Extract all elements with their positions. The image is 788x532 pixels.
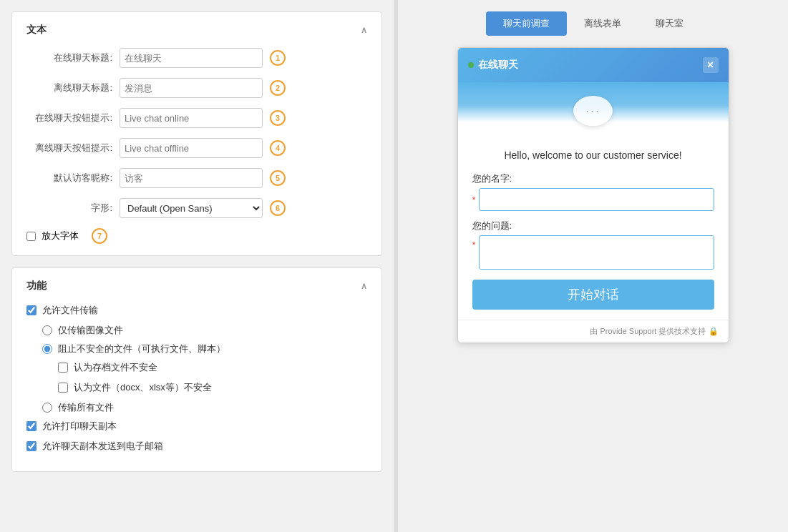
online-indicator: [468, 62, 474, 68]
text-section: 文本 ∧ 在线聊天标题: 1 离线聊天标题: 2 在线聊天按钮提示: 3 离线聊…: [11, 11, 382, 256]
font-size-label: 放大字体: [42, 230, 79, 242]
font-label: 字形:: [26, 202, 120, 215]
chat-body: Hello, welcome to our customer service! …: [458, 139, 729, 320]
offline-title-label: 离线聊天标题:: [26, 82, 120, 94]
lock-icon: 🔒: [709, 327, 719, 336]
chat-widget: 在线聊天 × ··· Hello, welcome to our custome…: [457, 47, 729, 343]
print-transcript-row: 允许打印聊天副本: [26, 420, 367, 433]
print-transcript-label: 允许打印聊天副本: [42, 420, 117, 433]
tab-chat-room[interactable]: 聊天室: [638, 11, 701, 36]
footer-text: 由 Provide Support 提供技术支持: [590, 327, 706, 335]
chat-name-input[interactable]: [479, 188, 714, 211]
email-transcript-row: 允许聊天副本发送到电子邮箱: [26, 440, 367, 453]
features-section: 功能 ∧ 允许文件传输 仅传输图像文件 阻止不安全的文件（可执行文件、脚本）: [11, 267, 382, 472]
chat-question-input[interactable]: [479, 235, 714, 270]
chat-header: 在线聊天 ×: [458, 48, 729, 82]
chat-title: 在线聊天: [478, 59, 518, 72]
block-unsafe-radio[interactable]: [42, 344, 52, 354]
font-select[interactable]: Default (Open Sans) Arial Verdana: [120, 198, 263, 218]
block-unsafe-label: 阻止不安全的文件（可执行文件、脚本）: [58, 343, 225, 355]
chat-close-button[interactable]: ×: [703, 57, 719, 73]
text-section-title: 文本: [26, 24, 47, 36]
tabs-bar: 聊天前调查 离线表单 聊天室: [486, 11, 701, 36]
block-unsafe-row: 阻止不安全的文件（可执行文件、脚本）: [42, 343, 367, 355]
name-required-star: *: [472, 194, 476, 205]
file-transfer-checkbox[interactable]: [26, 305, 37, 315]
docx-unsafe-label: 认为文件（docx、xlsx等）不安全: [74, 381, 212, 394]
offline-title-row: 离线聊天标题: 2: [26, 78, 367, 98]
badge-7: 7: [92, 228, 107, 244]
bubble-dots: ···: [585, 104, 600, 119]
default-nickname-label: 默认访客昵称:: [26, 172, 120, 184]
docx-unsafe-checkbox[interactable]: [58, 383, 68, 393]
font-row: 字形: Default (Open Sans) Arial Verdana 6: [26, 198, 367, 218]
file-transfer-row: 允许文件传输: [26, 304, 367, 317]
images-only-radio[interactable]: [42, 325, 52, 335]
question-field-label: 您的问题:: [472, 220, 714, 232]
tab-pre-chat[interactable]: 聊天前调查: [486, 11, 567, 36]
badge-3: 3: [270, 110, 286, 126]
name-field-label: 您的名字:: [472, 172, 714, 185]
start-chat-button[interactable]: 开始对话: [472, 280, 714, 310]
all-files-radio[interactable]: [42, 403, 52, 413]
text-section-collapse[interactable]: ∧: [361, 25, 367, 35]
badge-6: 6: [270, 200, 286, 216]
offline-btn-hint-row: 离线聊天按钮提示: 4: [26, 138, 367, 158]
badge-2: 2: [270, 80, 286, 96]
offline-btn-hint-input[interactable]: [120, 138, 263, 158]
badge-5: 5: [270, 170, 286, 186]
email-transcript-checkbox[interactable]: [26, 441, 37, 451]
question-required-star: *: [472, 240, 476, 250]
font-size-checkbox[interactable]: [26, 232, 36, 241]
print-transcript-checkbox[interactable]: [26, 421, 37, 431]
online-btn-hint-label: 在线聊天按钮提示:: [26, 112, 120, 124]
chat-footer: 由 Provide Support 提供技术支持 🔒: [458, 320, 729, 343]
sub-options: 认为存档文件不安全 认为文件（docx、xlsx等）不安全: [58, 361, 367, 394]
badge-4: 4: [270, 140, 286, 156]
features-section-title: 功能: [26, 280, 47, 292]
online-title-label: 在线聊天标题:: [26, 51, 120, 64]
text-section-header: 文本 ∧: [26, 24, 367, 36]
chat-header-title-group: 在线聊天: [468, 59, 518, 72]
offline-btn-hint-label: 离线聊天按钮提示:: [26, 142, 120, 154]
archive-unsafe-row: 认为存档文件不安全: [58, 361, 367, 374]
images-only-label: 仅传输图像文件: [58, 324, 123, 337]
chat-bubble-area: ···: [458, 82, 729, 139]
archive-unsafe-checkbox[interactable]: [58, 363, 68, 373]
font-size-row: 放大字体 7: [26, 228, 367, 244]
online-btn-hint-row: 在线聊天按钮提示: 3: [26, 108, 367, 128]
chat-bubble-icon: ···: [573, 96, 613, 126]
online-title-row: 在线聊天标题: 1: [26, 48, 367, 68]
all-files-label: 传输所有文件: [58, 401, 114, 414]
offline-title-input[interactable]: [120, 78, 263, 98]
file-transfer-options: 仅传输图像文件 阻止不安全的文件（可执行文件、脚本） 认为存档文件不安全 认为文…: [42, 324, 367, 414]
archive-unsafe-label: 认为存档文件不安全: [74, 361, 157, 374]
features-section-collapse[interactable]: ∧: [361, 281, 367, 291]
images-only-row: 仅传输图像文件: [42, 324, 367, 337]
file-transfer-label: 允许文件传输: [42, 304, 98, 317]
left-panel: 文本 ∧ 在线聊天标题: 1 离线聊天标题: 2 在线聊天按钮提示: 3 离线聊…: [0, 0, 394, 532]
default-nickname-row: 默认访客昵称: 5: [26, 168, 367, 188]
tab-offline-form[interactable]: 离线表单: [567, 11, 638, 36]
features-section-header: 功能 ∧: [26, 280, 367, 292]
all-files-row: 传输所有文件: [42, 401, 367, 414]
email-transcript-label: 允许聊天副本发送到电子邮箱: [42, 440, 163, 453]
online-title-input[interactable]: [120, 48, 263, 68]
welcome-message: Hello, welcome to our customer service!: [472, 149, 714, 161]
right-panel: 聊天前调查 离线表单 聊天室 在线聊天 × ··· Hello, welcome…: [398, 0, 788, 532]
badge-1: 1: [270, 50, 286, 66]
default-nickname-input[interactable]: [120, 168, 263, 188]
online-btn-hint-input[interactable]: [120, 108, 263, 128]
docx-unsafe-row: 认为文件（docx、xlsx等）不安全: [58, 381, 367, 394]
